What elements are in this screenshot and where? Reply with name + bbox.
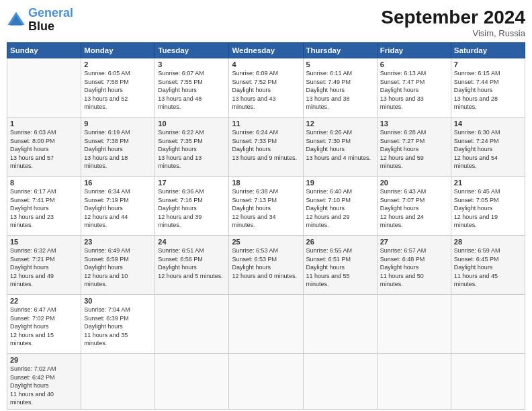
day-number: 26 — [306, 238, 374, 246]
day-info: Sunrise: 6:11 AMSunset: 7:49 PMDaylight … — [306, 69, 374, 111]
calendar-body: 2Sunrise: 6:05 AMSunset: 7:58 PMDaylight… — [7, 58, 525, 410]
day-number: 22 — [10, 297, 78, 305]
table-row: 20Sunrise: 6:43 AMSunset: 7:07 PMDayligh… — [377, 177, 451, 236]
table-row: 13Sunrise: 6:28 AMSunset: 7:27 PMDayligh… — [377, 118, 451, 177]
day-info: Sunrise: 7:04 AMSunset: 6:39 PMDaylight … — [84, 306, 152, 348]
col-monday: Monday — [81, 43, 155, 58]
calendar-week-row: 15Sunrise: 6:32 AMSunset: 7:21 PMDayligh… — [7, 236, 525, 295]
table-row: 27Sunrise: 6:57 AMSunset: 6:48 PMDayligh… — [377, 236, 451, 295]
table-row — [303, 354, 377, 410]
day-info: Sunrise: 6:13 AMSunset: 7:47 PMDaylight … — [380, 69, 448, 111]
table-row: 17Sunrise: 6:36 AMSunset: 7:16 PMDayligh… — [155, 177, 229, 236]
calendar-week-row: 1Sunrise: 6:03 AMSunset: 8:00 PMDaylight… — [7, 118, 525, 177]
table-row — [451, 295, 525, 354]
table-row: 1Sunrise: 6:03 AMSunset: 8:00 PMDaylight… — [7, 118, 81, 177]
day-number: 19 — [306, 179, 374, 187]
day-number: 12 — [306, 120, 374, 128]
day-number: 10 — [158, 120, 226, 128]
day-number: 14 — [454, 120, 522, 128]
table-row: 4Sunrise: 6:09 AMSunset: 7:52 PMDaylight… — [229, 58, 303, 118]
table-row — [451, 354, 525, 410]
day-number: 27 — [380, 238, 448, 246]
day-info: Sunrise: 6:34 AMSunset: 7:19 PMDaylight … — [84, 187, 152, 230]
table-row: 19Sunrise: 6:40 AMSunset: 7:10 PMDayligh… — [303, 177, 377, 236]
table-row: 30Sunrise: 7:04 AMSunset: 6:39 PMDayligh… — [81, 295, 155, 354]
day-number: 15 — [10, 238, 78, 246]
day-info: Sunrise: 6:32 AMSunset: 7:21 PMDaylight … — [10, 246, 78, 289]
table-row: 5Sunrise: 6:11 AMSunset: 7:49 PMDaylight… — [303, 58, 377, 118]
day-info: Sunrise: 6:57 AMSunset: 6:48 PMDaylight … — [380, 246, 448, 289]
day-number: 7 — [454, 60, 522, 68]
table-row: 14Sunrise: 6:30 AMSunset: 7:24 PMDayligh… — [451, 118, 525, 177]
day-info: Sunrise: 6:19 AMSunset: 7:38 PMDaylight … — [84, 128, 152, 171]
day-number: 5 — [306, 60, 374, 68]
table-row — [377, 295, 451, 354]
col-wednesday: Wednesday — [229, 43, 303, 58]
day-info: Sunrise: 6:49 AMSunset: 6:59 PMDaylight … — [84, 246, 152, 289]
day-info: Sunrise: 6:47 AMSunset: 7:02 PMDaylight … — [10, 306, 78, 348]
table-row — [155, 354, 229, 410]
logo-text: General Blue — [28, 7, 73, 34]
day-info: Sunrise: 6:22 AMSunset: 7:35 PMDaylight … — [158, 128, 226, 171]
table-row — [229, 295, 303, 354]
col-thursday: Thursday — [303, 43, 377, 58]
table-row: 6Sunrise: 6:13 AMSunset: 7:47 PMDaylight… — [377, 58, 451, 118]
calendar-week-row: 2Sunrise: 6:05 AMSunset: 7:58 PMDaylight… — [7, 58, 525, 118]
month-title: September 2024 — [381, 7, 525, 28]
col-friday: Friday — [377, 43, 451, 58]
logo-icon — [7, 11, 26, 30]
day-number: 18 — [232, 179, 300, 187]
header: General Blue September 2024 Visim, Russi… — [7, 7, 525, 38]
day-info: Sunrise: 6:17 AMSunset: 7:41 PMDaylight … — [10, 187, 78, 230]
table-row: 18Sunrise: 6:38 AMSunset: 7:13 PMDayligh… — [229, 177, 303, 236]
day-number: 6 — [380, 60, 448, 68]
day-info: Sunrise: 6:30 AMSunset: 7:24 PMDaylight … — [454, 128, 522, 171]
calendar-table: Sunday Monday Tuesday Wednesday Thursday… — [7, 42, 525, 410]
day-info: Sunrise: 6:26 AMSunset: 7:30 PMDaylight … — [306, 128, 374, 162]
day-info: Sunrise: 6:28 AMSunset: 7:27 PMDaylight … — [380, 128, 448, 171]
location: Visim, Russia — [381, 28, 525, 38]
day-number: 1 — [10, 120, 78, 128]
title-block: September 2024 Visim, Russia — [381, 7, 525, 38]
table-row: 23Sunrise: 6:49 AMSunset: 6:59 PMDayligh… — [81, 236, 155, 295]
day-info: Sunrise: 6:03 AMSunset: 8:00 PMDaylight … — [10, 128, 78, 171]
day-number: 29 — [10, 356, 78, 364]
table-row: 7Sunrise: 6:15 AMSunset: 7:44 PMDaylight… — [451, 58, 525, 118]
table-row: 8Sunrise: 6:17 AMSunset: 7:41 PMDaylight… — [7, 177, 81, 236]
page: General Blue September 2024 Visim, Russi… — [0, 0, 532, 411]
table-row: 16Sunrise: 6:34 AMSunset: 7:19 PMDayligh… — [81, 177, 155, 236]
logo: General Blue — [7, 7, 73, 34]
day-info: Sunrise: 6:40 AMSunset: 7:10 PMDaylight … — [306, 187, 374, 230]
col-saturday: Saturday — [451, 43, 525, 58]
day-info: Sunrise: 6:24 AMSunset: 7:33 PMDaylight … — [232, 128, 300, 162]
calendar-week-row: 8Sunrise: 6:17 AMSunset: 7:41 PMDaylight… — [7, 177, 525, 236]
table-row: 12Sunrise: 6:26 AMSunset: 7:30 PMDayligh… — [303, 118, 377, 177]
table-row: 24Sunrise: 6:51 AMSunset: 6:56 PMDayligh… — [155, 236, 229, 295]
col-sunday: Sunday — [7, 43, 81, 58]
day-number: 17 — [158, 179, 226, 187]
day-number: 20 — [380, 179, 448, 187]
day-info: Sunrise: 6:07 AMSunset: 7:55 PMDaylight … — [158, 69, 226, 111]
table-row: 22Sunrise: 6:47 AMSunset: 7:02 PMDayligh… — [7, 295, 81, 354]
day-info: Sunrise: 6:05 AMSunset: 7:58 PMDaylight … — [84, 69, 152, 111]
day-info: Sunrise: 6:36 AMSunset: 7:16 PMDaylight … — [158, 187, 226, 230]
table-row: 10Sunrise: 6:22 AMSunset: 7:35 PMDayligh… — [155, 118, 229, 177]
table-row — [155, 295, 229, 354]
day-number: 8 — [10, 179, 78, 187]
day-info: Sunrise: 6:45 AMSunset: 7:05 PMDaylight … — [454, 187, 522, 230]
day-info: Sunrise: 6:55 AMSunset: 6:51 PMDaylight … — [306, 246, 374, 289]
table-row: 9Sunrise: 6:19 AMSunset: 7:38 PMDaylight… — [81, 118, 155, 177]
day-number: 30 — [84, 297, 152, 305]
calendar-week-row: 22Sunrise: 6:47 AMSunset: 7:02 PMDayligh… — [7, 295, 525, 354]
day-number: 24 — [158, 238, 226, 246]
table-row — [303, 295, 377, 354]
day-info: Sunrise: 6:51 AMSunset: 6:56 PMDaylight … — [158, 246, 226, 280]
table-row: 21Sunrise: 6:45 AMSunset: 7:05 PMDayligh… — [451, 177, 525, 236]
day-number: 3 — [158, 60, 226, 68]
day-number: 11 — [232, 120, 300, 128]
day-info: Sunrise: 6:59 AMSunset: 6:45 PMDaylight … — [454, 246, 522, 289]
table-row: 11Sunrise: 6:24 AMSunset: 7:33 PMDayligh… — [229, 118, 303, 177]
table-row: 28Sunrise: 6:59 AMSunset: 6:45 PMDayligh… — [451, 236, 525, 295]
day-number: 23 — [84, 238, 152, 246]
table-row — [7, 58, 81, 118]
